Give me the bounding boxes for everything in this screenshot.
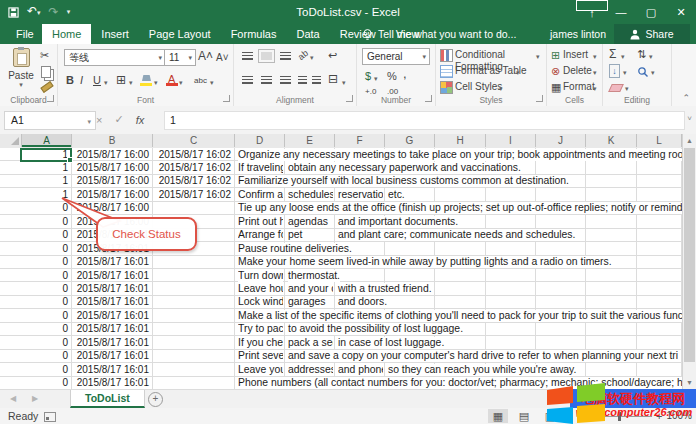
cell-E15[interactable]: pack a sec xyxy=(288,337,333,349)
cell-D10[interactable]: Turn down xyxy=(238,270,283,282)
column-header-L[interactable]: L xyxy=(637,134,682,147)
cell-C4[interactable]: 2015/8/17 16:02 xyxy=(154,189,231,201)
align-middle-icon[interactable] xyxy=(261,52,272,60)
minimize-icon[interactable]: — xyxy=(606,0,636,24)
column-header-H[interactable]: H xyxy=(435,134,486,147)
fill-color-icon[interactable] xyxy=(142,75,151,81)
copy-icon[interactable] xyxy=(41,66,51,78)
format-painter-icon[interactable] xyxy=(40,81,53,93)
cell-E6[interactable]: agendas xyxy=(288,216,333,228)
new-sheet-icon[interactable]: + xyxy=(148,392,163,407)
tell-me-box[interactable]: Tell me what you want to do... xyxy=(362,24,516,44)
comma-style-icon[interactable]: , xyxy=(403,68,407,80)
find-caret-icon[interactable]: ▾ xyxy=(651,67,655,79)
bold-button[interactable]: B xyxy=(66,74,74,86)
cell-styles-caret-icon[interactable]: ▾ xyxy=(499,83,503,95)
column-header-F[interactable]: F xyxy=(335,134,385,147)
alignment-dialog-launcher[interactable] xyxy=(346,95,353,102)
cell-B1[interactable]: 2015/8/17 16:00 xyxy=(73,149,149,161)
shrink-font-icon[interactable]: A˅ xyxy=(216,52,229,64)
tab-home[interactable]: Home xyxy=(42,24,91,44)
cell-D7[interactable]: Arrange fo xyxy=(238,229,283,241)
cell-A2[interactable]: 1 xyxy=(22,162,68,174)
cell-B10[interactable]: 2015/8/17 16:01 xyxy=(73,270,149,282)
insert-button[interactable]: Insert xyxy=(563,49,588,61)
cell-A15[interactable]: 0 xyxy=(22,337,68,349)
enter-icon[interactable]: ✓ xyxy=(114,113,123,126)
clear-eraser-icon[interactable] xyxy=(608,84,624,92)
cell-D11[interactable]: Leave hous xyxy=(238,283,283,295)
cell-F4[interactable]: reservatio xyxy=(338,189,383,201)
cell-A10[interactable]: 0 xyxy=(22,270,68,282)
column-header-K[interactable]: K xyxy=(586,134,637,147)
close-icon[interactable]: ✕ xyxy=(666,0,696,24)
user-name[interactable]: james linton xyxy=(550,24,606,44)
align-bottom-icon[interactable] xyxy=(280,52,291,60)
collapse-ribbon-icon[interactable]: ⌃ xyxy=(682,93,690,103)
column-header-A[interactable]: A xyxy=(22,134,72,147)
font-name-select[interactable]: 等线▾ xyxy=(64,49,166,66)
insert-function-icon[interactable]: fx xyxy=(136,114,145,126)
cell-E2[interactable]: obtain any necessary paperwork and vacci… xyxy=(288,162,521,174)
formula-input[interactable]: 1 xyxy=(164,111,685,130)
wrap-text-icon[interactable]: ↩ xyxy=(328,49,337,61)
phonetic-caret-icon[interactable]: ▾ xyxy=(210,77,214,89)
cell-A12[interactable]: 0 xyxy=(22,296,68,308)
cell-B2[interactable]: 2015/8/17 16:00 xyxy=(73,162,149,174)
number-format-select[interactable]: General▾ xyxy=(362,48,430,65)
cell-B3[interactable]: 2015/8/17 16:00 xyxy=(73,175,149,187)
cell-F15[interactable]: in case of lost luggage. xyxy=(338,337,444,349)
font-dialog-launcher[interactable] xyxy=(223,95,230,102)
cell-A8[interactable]: 0 xyxy=(22,243,68,255)
format-button[interactable]: Format xyxy=(563,81,595,93)
number-dialog-launcher[interactable] xyxy=(425,95,432,102)
borders-caret-icon[interactable]: ▾ xyxy=(129,77,133,89)
cell-G17[interactable]: so they can reach you while you're away. xyxy=(388,364,576,376)
cell-F12[interactable]: and doors. xyxy=(338,296,387,308)
scroll-up-icon[interactable]: ▲ xyxy=(683,134,696,147)
cell-B12[interactable]: 2015/8/17 16:01 xyxy=(73,296,149,308)
autosum-caret-icon[interactable]: ▾ xyxy=(621,51,625,63)
column-header-D[interactable]: D xyxy=(235,134,285,147)
merge-center-icon[interactable]: ⊟ xyxy=(328,73,338,85)
select-all-corner[interactable] xyxy=(0,134,22,147)
cell-B9[interactable]: 2015/8/17 16:01 xyxy=(73,256,149,268)
align-top-icon[interactable] xyxy=(242,52,253,60)
styles-dialog-launcher[interactable] xyxy=(536,95,543,102)
cell-A18[interactable]: 0 xyxy=(22,377,68,389)
cell-D13[interactable]: Make a list of the specific items of clo… xyxy=(238,310,682,322)
cell-C1[interactable]: 2015/8/17 16:02 xyxy=(154,149,231,161)
tab-data[interactable]: Data xyxy=(286,24,329,44)
fill-caret-icon[interactable]: ▾ xyxy=(623,67,627,79)
cell-E12[interactable]: garages xyxy=(288,296,333,308)
column-header-B[interactable]: B xyxy=(72,134,153,147)
delete-button[interactable]: Delete xyxy=(563,65,592,77)
insert-caret-icon[interactable]: ▾ xyxy=(593,51,597,63)
format-caret-icon[interactable]: ▾ xyxy=(593,83,597,95)
cell-E4[interactable]: schedules xyxy=(288,189,333,201)
underline-button[interactable]: U xyxy=(93,74,101,86)
cancel-icon[interactable]: × xyxy=(96,114,102,126)
vertical-scrollbar[interactable]: ▲ ▼ xyxy=(682,134,696,390)
cell-F17[interactable]: and phone xyxy=(338,364,383,376)
cell-A11[interactable]: 0 xyxy=(22,283,68,295)
tab-insert[interactable]: Insert xyxy=(91,24,139,44)
cell-C2[interactable]: 2015/8/17 16:02 xyxy=(154,162,231,174)
cell-A14[interactable]: 0 xyxy=(22,323,68,335)
cell-D8[interactable]: Pause routine deliveries. xyxy=(238,243,352,255)
column-header-E[interactable]: E xyxy=(285,134,335,147)
cell-E16[interactable]: and save a copy on your computer's hard … xyxy=(288,350,678,362)
cell-D15[interactable]: If you chec xyxy=(238,337,283,349)
cell-D12[interactable]: Lock windo xyxy=(238,296,283,308)
check-status-callout[interactable]: Check Status xyxy=(96,217,197,251)
cell-D3[interactable]: Familiarize yourself with local business… xyxy=(238,175,569,187)
cell-E10[interactable]: thermostat. xyxy=(288,270,340,282)
merge-caret-icon[interactable]: ▾ xyxy=(342,77,346,89)
conditional-formatting-caret-icon[interactable]: ▾ xyxy=(536,51,540,63)
cell-E17[interactable]: addresses xyxy=(288,364,333,376)
cell-A3[interactable]: 1 xyxy=(22,175,68,187)
format-as-table-caret-icon[interactable]: ▾ xyxy=(516,67,520,79)
cell-B15[interactable]: 2015/8/17 16:01 xyxy=(73,337,149,349)
cell-A13[interactable]: 0 xyxy=(22,310,68,322)
page-layout-view-icon[interactable]: ▤ xyxy=(514,409,534,423)
